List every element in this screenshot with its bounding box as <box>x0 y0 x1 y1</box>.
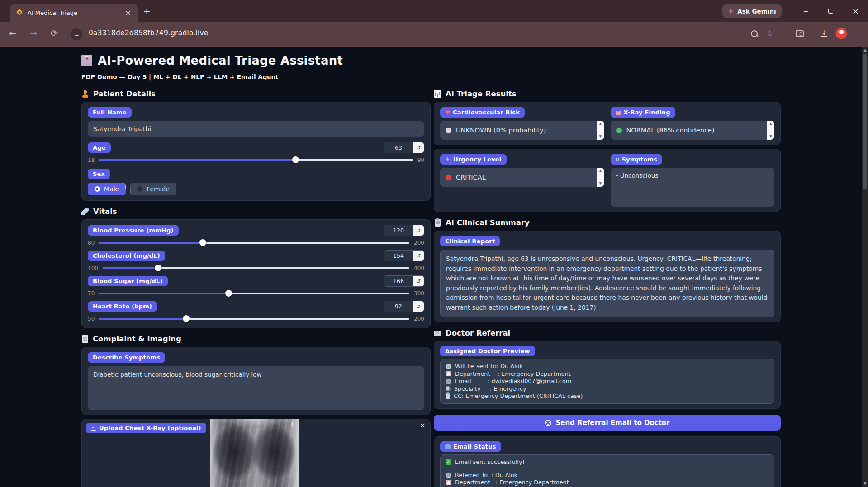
forward-icon[interactable]: → <box>30 28 37 38</box>
xray-upload-panel: Upload Chest X-Ray (optional) × L <box>81 419 431 487</box>
check-icon: ✓ <box>446 459 451 465</box>
chol-slider-handle[interactable] <box>155 265 161 271</box>
age-reset-icon[interactable]: ↺ <box>413 142 424 153</box>
new-tab-button[interactable]: + <box>143 7 151 16</box>
xray-l-marker: L <box>291 421 295 428</box>
email-status-panel: Email Status ✓ Email sent successfully! … <box>434 436 781 487</box>
bp-slider-handle[interactable] <box>199 239 206 246</box>
sugar-reset-icon[interactable]: ↺ <box>413 276 424 286</box>
sugar-value[interactable]: 166 <box>384 276 413 286</box>
close-window-button[interactable]: × <box>843 6 868 16</box>
hr-slider[interactable] <box>99 318 409 320</box>
urgency-block: Urgency Level CRITICAL ▲▼ <box>440 154 604 207</box>
browser-toolbar: ← → ⟳ 0a3318de2d858fb749.gradio.live ☆ ↓… <box>0 22 868 47</box>
scroll-down-icon[interactable]: ▼ <box>862 482 868 486</box>
clear-image-icon[interactable]: × <box>420 423 426 428</box>
person-icon <box>81 90 89 98</box>
urgency-dropdown[interactable]: CRITICAL ▲▼ <box>440 168 604 187</box>
symptoms-result-box[interactable]: - Unconscious <box>611 168 775 207</box>
bp-slider[interactable] <box>99 242 409 244</box>
send-referral-email-button[interactable]: Send Referral Email to Doctor <box>434 415 781 431</box>
unknown-dot-icon <box>446 128 451 133</box>
mailbox-icon <box>445 444 451 449</box>
assigned-doctor-box: Will be sent to: Dr. Alok Department : E… <box>440 359 774 404</box>
hr-slider-handle[interactable] <box>183 315 190 322</box>
gemini-sparkle-icon <box>728 8 734 14</box>
hr-label: Heart Rate (bpm) <box>88 301 157 312</box>
clinical-report-text[interactable]: Satyendra Tripathi, age 63 is unresponsi… <box>440 250 774 317</box>
vitals-panel: Blood Pressure (mmHg) 120↺ 80 200 Choles… <box>81 219 431 328</box>
bp-value[interactable]: 120 <box>384 225 413 236</box>
hospital-icon <box>446 371 451 376</box>
tab-close-icon[interactable]: × <box>123 9 133 17</box>
microscope-icon <box>446 386 451 391</box>
doctor-referral-heading: Doctor Referral <box>434 329 781 337</box>
chol-slider[interactable] <box>103 267 409 270</box>
maximize-button[interactable] <box>818 8 843 15</box>
hr-max: 200 <box>414 316 424 322</box>
cardio-risk-block: ♥ Cardiovascular Risk UNKNOWN (0% probab… <box>440 107 604 140</box>
radio-female[interactable]: Female <box>130 183 176 195</box>
age-value[interactable]: 63 <box>384 142 413 153</box>
minimize-button[interactable]: ─ <box>793 8 818 15</box>
cardio-risk-dropdown[interactable]: UNKNOWN (0% probability) ▲▼ <box>440 121 604 140</box>
describe-symptoms-label: Describe Symptoms <box>88 352 165 363</box>
xray-spinner[interactable]: ▲▼ <box>767 121 774 140</box>
vitals-heading: Vitals <box>81 207 431 216</box>
ask-gemini-button[interactable]: Ask Gemini <box>722 4 782 18</box>
hr-value[interactable]: 92 <box>384 301 413 312</box>
triage-row1-panel: ♥ Cardiovascular Risk UNKNOWN (0% probab… <box>434 102 781 145</box>
urgency-spinner[interactable]: ▲▼ <box>597 168 604 187</box>
reload-icon[interactable]: ⟳ <box>51 28 58 38</box>
bp-reset-icon[interactable]: ↺ <box>413 225 424 236</box>
bp-label: Blood Pressure (mmHg) <box>88 225 179 236</box>
radio-male[interactable]: Male <box>88 183 126 195</box>
ask-gemini-label: Ask Gemini <box>737 8 776 15</box>
status-gap <box>446 467 769 472</box>
chest-xray-image[interactable]: L <box>210 419 299 487</box>
age-slider-handle[interactable] <box>292 156 299 163</box>
site-info-icon[interactable] <box>71 28 82 40</box>
triage-row2-panel: Urgency Level CRITICAL ▲▼ Sympto <box>434 149 781 212</box>
syringe-icon <box>81 208 89 215</box>
referral-line: CC: Emergency Department (CRITICAL case) <box>446 392 769 400</box>
heart-icon: ♥ <box>445 110 450 115</box>
urgency-label: Urgency Level <box>440 154 507 165</box>
toolbar-right-icons: ☆ ↓ ⋮ <box>751 28 863 39</box>
email-status-box: ✓ Email sent successfully! Referred To :… <box>440 454 774 487</box>
hr-reset-icon[interactable]: ↺ <box>413 301 424 312</box>
symptoms-textarea[interactable]: Diabetic patient unconscious, blood suga… <box>88 366 424 410</box>
sugar-slider[interactable] <box>99 293 409 295</box>
window-controls: ─ × <box>791 0 868 22</box>
browser-titlebar: AI Medical Triage × + Ask Gemini ─ × <box>0 0 868 22</box>
browser-menu-icon[interactable]: ⋮ <box>855 29 863 38</box>
profile-avatar[interactable] <box>835 28 847 39</box>
scrollbar-thumb[interactable] <box>863 54 867 189</box>
sugar-slider-handle[interactable] <box>225 290 232 297</box>
referral-line: Department : Emergency Department <box>446 370 769 378</box>
side-panel-search-icon[interactable] <box>796 30 804 37</box>
cardio-spinner[interactable]: ▲▼ <box>597 121 604 140</box>
download-icon[interactable]: ↓ <box>821 30 827 37</box>
chol-label: Cholesterol (mg/dL) <box>88 251 165 261</box>
sugar-max: 300 <box>414 290 424 297</box>
full-name-input[interactable]: Satyendra Tripathi <box>88 121 424 137</box>
xray-finding-dropdown[interactable]: NORMAL (86% confidence) ▲▼ <box>611 121 775 140</box>
chol-value[interactable]: 154 <box>384 251 413 261</box>
scroll-up-icon[interactable]: ▲ <box>862 48 868 52</box>
envelope-icon <box>446 379 451 384</box>
fullscreen-icon[interactable] <box>409 423 414 428</box>
sex-label: Sex <box>88 169 110 179</box>
chol-reset-icon[interactable]: ↺ <box>413 251 424 261</box>
page-title: AI-Powered Medical Triage Assistant <box>98 54 343 67</box>
back-icon[interactable]: ← <box>9 28 16 38</box>
bookmark-star-icon[interactable]: ☆ <box>766 30 773 37</box>
referral-line: Email : dwivediakd007@gmail.com <box>446 378 769 385</box>
lungs-icon <box>616 110 621 115</box>
url-text[interactable]: 0a3318de2d858fb749.gradio.live <box>89 29 209 37</box>
age-slider[interactable] <box>99 159 413 161</box>
patient-details-panel: Full Name Satyendra Tripathi Age 63 ↺ 18… <box>81 102 431 201</box>
browser-tab[interactable]: AI Medical Triage × <box>10 4 138 22</box>
page-scrollbar[interactable]: ▲ ▼ <box>862 47 868 487</box>
zoom-icon[interactable] <box>751 30 758 37</box>
